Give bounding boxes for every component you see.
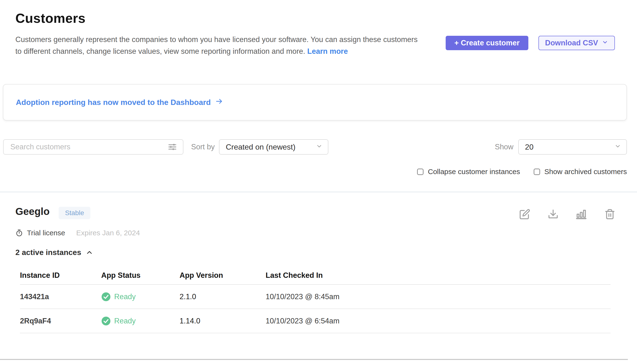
channel-badge: Stable [59, 207, 90, 219]
instances-toggle[interactable]: 2 active instances [15, 248, 93, 257]
show-archived-label: Show archived customers [544, 168, 627, 176]
table-options: Collapse customer instances Show archive… [0, 168, 627, 176]
instances-summary: 2 active instances [15, 248, 81, 257]
page-title: Customers [15, 10, 615, 26]
chevron-down-icon [602, 39, 608, 47]
app-status-label: Ready [114, 292, 136, 301]
download-icon[interactable] [548, 209, 559, 220]
collapse-instances-label: Collapse customer instances [428, 168, 520, 176]
license-type: Trial license [27, 229, 65, 237]
show-archived-option[interactable]: Show archived customers [534, 168, 627, 176]
filter-toolbar: Sort by Created on (newest) Show 20 [3, 139, 627, 155]
check-circle-icon [101, 292, 111, 302]
sliders-icon[interactable] [167, 142, 178, 152]
column-header-instance-id: Instance ID [20, 271, 101, 280]
chevron-up-icon [86, 249, 93, 256]
customer-actions [519, 209, 615, 220]
app-version: 2.1.0 [179, 292, 266, 301]
check-circle-icon [101, 316, 111, 326]
column-header-app-version: App Version [179, 271, 266, 280]
bar-chart-icon[interactable] [576, 209, 587, 220]
timer-icon [15, 229, 23, 237]
sort-selected-value: Created on (newest) [226, 142, 295, 152]
instance-id: 2Rq9aF4 [20, 317, 101, 325]
arrow-right-icon [215, 97, 223, 107]
collapse-instances-checkbox[interactable] [417, 168, 423, 175]
sort-select[interactable]: Created on (newest) [219, 139, 328, 155]
column-header-last-checked-in: Last Checked In [266, 271, 610, 280]
app-status-label: Ready [114, 317, 136, 325]
license-expiry: Expires Jan 6, 2024 [76, 229, 140, 237]
chevron-down-icon [614, 142, 621, 152]
table-row[interactable]: 2Rq9aF4 Ready 1.14.0 10/10/2023 @ 6:54am [20, 309, 610, 333]
page-description: Customers generally represent the compan… [15, 34, 419, 57]
trash-icon[interactable] [604, 209, 615, 220]
customer-name[interactable]: Geeglo [15, 206, 50, 217]
show-selected-value: 20 [525, 142, 534, 152]
edit-icon[interactable] [519, 209, 530, 220]
column-header-app-status: App Status [101, 271, 179, 280]
banner-message: Adoption reporting has now moved to the … [16, 98, 211, 107]
description-text: Customers generally represent the compan… [15, 35, 417, 56]
search-box [3, 139, 183, 155]
download-csv-label: Download CSV [545, 39, 598, 47]
divider [0, 359, 628, 360]
page-header: Customers Customers generally represent … [0, 0, 637, 57]
app-status: Ready [101, 316, 179, 326]
table-row[interactable]: 143421a Ready 2.1.0 10/10/2023 @ 8:45am [20, 285, 610, 309]
header-actions: + Create customer Download CSV [446, 36, 615, 50]
show-label: Show [495, 142, 513, 151]
instances-table-header: Instance ID App Status App Version Last … [20, 266, 610, 285]
adoption-reporting-banner: Adoption reporting has now moved to the … [3, 84, 627, 120]
chevron-down-icon [316, 142, 323, 152]
show-archived-checkbox[interactable] [534, 168, 540, 175]
instances-table: Instance ID App Status App Version Last … [20, 266, 610, 333]
create-customer-button[interactable]: + Create customer [446, 36, 528, 50]
show-select[interactable]: 20 [518, 139, 627, 155]
app-status: Ready [101, 292, 179, 302]
customer-card: Geeglo Stable Trial license Expires Jan … [0, 192, 637, 333]
sort-by-label: Sort by [191, 142, 215, 151]
download-csv-button[interactable]: Download CSV [538, 36, 615, 50]
learn-more-link[interactable]: Learn more [307, 47, 348, 56]
last-checked-in: 10/10/2023 @ 8:45am [266, 292, 610, 301]
instance-id: 143421a [20, 292, 101, 301]
search-input[interactable] [10, 142, 157, 151]
app-version: 1.14.0 [179, 317, 266, 325]
collapse-instances-option[interactable]: Collapse customer instances [417, 168, 520, 176]
adoption-reporting-link[interactable]: Adoption reporting has now moved to the … [16, 97, 223, 107]
last-checked-in: 10/10/2023 @ 6:54am [266, 317, 610, 325]
